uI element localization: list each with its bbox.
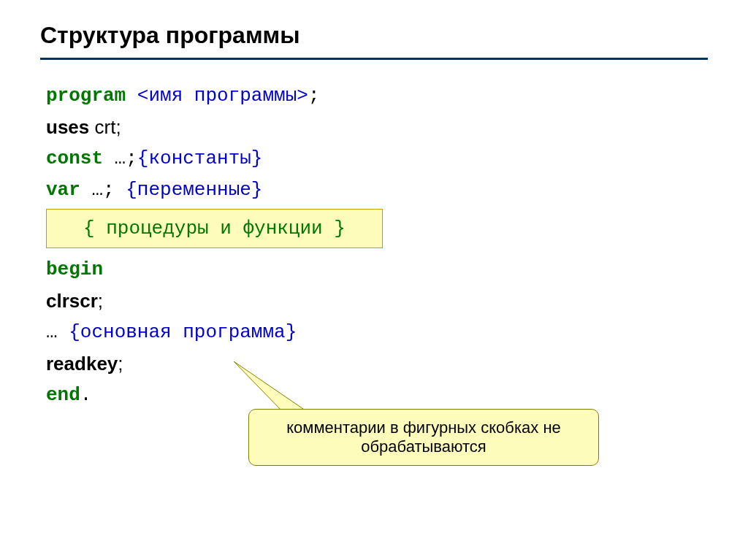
keyword-uses: uses	[46, 116, 95, 138]
code-line-var: var …; {переменные}	[46, 174, 708, 206]
keyword-readkey: readkey	[46, 353, 118, 375]
comment-main: {основная программа}	[69, 321, 297, 343]
keyword-end: end	[46, 384, 80, 406]
svg-marker-0	[234, 361, 303, 414]
clrscr-rest: ;	[98, 290, 103, 312]
const-rest: …;	[103, 147, 137, 169]
code-line-clrscr: clrscr;	[46, 285, 708, 317]
comment-var: {переменные}	[126, 179, 262, 201]
slide-title: Структура программы	[40, 22, 708, 60]
keyword-var: var	[46, 179, 80, 201]
keyword-const: const	[46, 147, 103, 169]
main-pre: …	[46, 321, 69, 343]
code-line-begin: begin	[46, 254, 708, 285]
readkey-rest: ;	[118, 353, 123, 375]
highlight-box: { процедуры и функции }	[46, 209, 383, 249]
semicolon: ;	[308, 85, 320, 107]
end-rest: .	[80, 384, 92, 406]
highlight-text: { процедуры и функции }	[54, 213, 375, 245]
uses-rest: crt;	[95, 116, 121, 138]
keyword-begin: begin	[46, 258, 103, 280]
var-rest: …;	[80, 179, 126, 201]
comment-const: {константы}	[137, 147, 263, 169]
program-name: <имя программы>	[137, 85, 308, 107]
keyword-clrscr: clrscr	[46, 290, 98, 312]
code-line-readkey: readkey;	[46, 348, 708, 380]
callout-box: комментарии в фигурных скобках не обраба…	[248, 409, 599, 466]
callout-text: комментарии в фигурных скобках не обраба…	[286, 418, 561, 456]
code-line-main: … {основная программа}	[46, 317, 708, 348]
code-line-end: end.	[46, 380, 708, 411]
code-line-const: const …;{константы}	[46, 143, 708, 174]
code-line-program: program <имя программы>;	[46, 80, 708, 112]
keyword-program: program	[46, 85, 126, 107]
code-line-uses: uses crt;	[46, 112, 708, 143]
code-block: program <имя программы>; uses crt; const…	[40, 80, 708, 411]
